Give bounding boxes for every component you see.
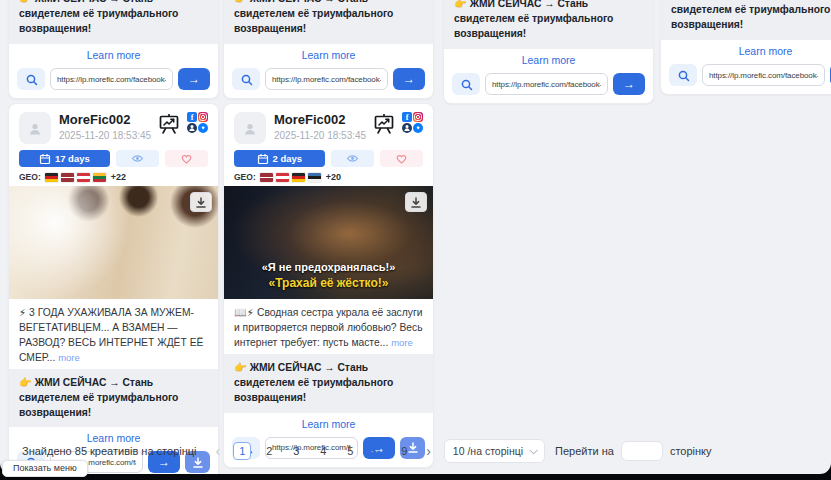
search-button[interactable]: [669, 64, 697, 86]
days-active-button[interactable]: 2 days: [234, 150, 325, 167]
goto-page-input[interactable]: [621, 441, 663, 461]
landing-url-input[interactable]: [50, 68, 173, 90]
landing-url-row: →: [661, 61, 831, 94]
geo-more-count[interactable]: +20: [326, 172, 341, 182]
creative-card-partial-3: ИНТЕРНЕТ ЖДЁТ ЕЁ СМЕР... more 👉 ЖМИ СЕЙЧ…: [443, 0, 654, 104]
messenger-icon: [413, 123, 423, 133]
creative-timestamp: 2025-11-20 18:53:45: [59, 130, 157, 141]
download-image-button[interactable]: [190, 192, 212, 212]
ad-headline: 👉 ЖМИ СЕЙЧАС → Стань свидетелем её триум…: [9, 0, 218, 44]
open-url-button[interactable]: →: [613, 73, 645, 95]
page-button-2[interactable]: 2: [260, 442, 278, 460]
at-flag-icon: [77, 173, 90, 182]
per-page-select[interactable]: 10 /на сторінці: [444, 439, 545, 463]
landing-url-input[interactable]: [265, 68, 388, 90]
page-button-3[interactable]: 3: [287, 442, 305, 460]
chevron-down-icon: [529, 446, 537, 454]
audience-network-icon: [402, 123, 412, 133]
avatar: [234, 112, 266, 144]
avatar: [19, 112, 51, 144]
show-menu-button[interactable]: Показать меню: [2, 460, 88, 477]
geo-row: GEO: +22: [9, 167, 218, 186]
geo-label: GEO:: [19, 172, 41, 182]
creatives-page: 👉 ЖМИ СЕЙЧАС → Стань свидетелем её триум…: [0, 0, 831, 474]
placements-icons: f: [187, 112, 208, 133]
page-button-9[interactable]: 9: [395, 442, 413, 460]
lv-flag-icon: [61, 173, 74, 182]
goto-page: Перейти на сторінку: [555, 441, 711, 461]
days-active-button[interactable]: 17 days: [19, 150, 110, 167]
geo-label: GEO:: [234, 172, 256, 182]
card-actions: 2 days: [224, 148, 433, 167]
more-link[interactable]: more: [391, 337, 413, 348]
at-flag-icon: [276, 173, 289, 182]
learn-more-link[interactable]: Learn more: [9, 44, 218, 65]
geo-more-count[interactable]: +22: [111, 172, 126, 182]
placements-icons: f: [402, 112, 423, 133]
learn-more-link[interactable]: Learn more: [224, 413, 433, 434]
creative-image[interactable]: [9, 186, 218, 299]
learn-more-link[interactable]: Learn more: [224, 44, 433, 65]
next-page-button[interactable]: ›: [423, 444, 434, 458]
ad-description: ⚡ 3 ГОДА УХАЖИВАЛА ЗА МУЖЕМ-ВЕГЕТАТИВЦЕМ…: [9, 299, 218, 369]
page-list: 12345···9: [233, 442, 413, 460]
instagram-icon: [413, 112, 423, 122]
download-image-button[interactable]: [405, 192, 427, 212]
landing-url-input[interactable]: [702, 64, 825, 86]
learn-more-link[interactable]: Learn more: [444, 49, 653, 70]
de-flag-icon: [45, 173, 58, 182]
ad-headline: 👉 ЖМИ СЕЙЧАС → Стань свидетелем её триум…: [224, 0, 433, 44]
card-actions: 17 days: [9, 148, 218, 167]
open-url-button[interactable]: →: [393, 68, 425, 90]
audience-network-icon: [187, 123, 197, 133]
preview-button[interactable]: [331, 150, 374, 167]
search-button[interactable]: [452, 73, 480, 95]
creative-image[interactable]: «Я не предохранялась!» «Трахай её жёстко…: [224, 186, 433, 299]
page-button-4[interactable]: 4: [314, 442, 332, 460]
more-link[interactable]: more: [58, 352, 80, 363]
ad-description: 📖⚡ Сводная сестра украла её заслуги и пр…: [224, 299, 433, 354]
landing-url-row: →: [9, 65, 218, 98]
profile-name: MoreFic002: [59, 112, 157, 128]
landing-url-input[interactable]: [485, 73, 608, 95]
learn-more-link[interactable]: Learn more: [661, 40, 831, 61]
card-header: MoreFic002 2025-11-20 18:53:45 f: [9, 104, 218, 148]
creative-timestamp: 2025-11-20 18:53:45: [274, 130, 372, 141]
prev-page-button[interactable]: ‹: [213, 444, 224, 458]
instagram-icon: [198, 112, 208, 122]
page-button-5[interactable]: 5: [341, 442, 359, 460]
geo-flags: [260, 173, 321, 182]
ad-headline: 👉 ЖМИ СЕЙЧАС → Стань свидетелем её триум…: [224, 354, 433, 413]
search-button[interactable]: [17, 68, 45, 90]
ee-flag-icon: [308, 173, 321, 182]
image-overlay-text: «Я не предохранялась!» «Трахай её жёстко…: [224, 260, 433, 291]
pagination-bar: Знайдено 85 креативів на сторінці ‹ 1234…: [22, 438, 711, 464]
facebook-icon: f: [187, 112, 197, 122]
creative-card-2: MoreFic002 2025-11-20 18:53:45 f 2 days …: [223, 103, 434, 468]
landing-url-row: →: [224, 65, 433, 98]
geo-flags: [45, 173, 106, 182]
page-button-1[interactable]: 1: [233, 442, 251, 460]
favorite-button[interactable]: [380, 150, 423, 167]
ad-headline: 👉 ЖМИ СЕЙЧАС → Стань свидетелем её триум…: [661, 0, 831, 40]
messenger-icon: [198, 123, 208, 133]
favorite-button[interactable]: [165, 150, 208, 167]
open-url-button[interactable]: →: [178, 68, 210, 90]
creative-card-1: MoreFic002 2025-11-20 18:53:45 f 17 days…: [8, 103, 219, 474]
page-ellipsis: ···: [368, 442, 386, 460]
presentation-board-icon[interactable]: [157, 112, 181, 139]
goto-prefix-label: Перейти на: [555, 445, 614, 457]
card-header: MoreFic002 2025-11-20 18:53:45 f: [224, 104, 433, 148]
geo-row: GEO: +20: [224, 167, 433, 186]
de-flag-icon: [292, 173, 305, 182]
lt-flag-icon: [93, 173, 106, 182]
search-button[interactable]: [232, 68, 260, 90]
preview-button[interactable]: [116, 150, 159, 167]
goto-suffix-label: сторінку: [670, 445, 712, 457]
results-count: Знайдено 85 креативів на сторінці: [22, 445, 197, 457]
creative-card-partial-4: 👉 ЖМИ СЕЙЧАС → Стань свидетелем её триум…: [660, 0, 831, 95]
landing-url-row: →: [444, 70, 653, 103]
creative-card-partial-2: 👉 ЖМИ СЕЙЧАС → Стань свидетелем её триум…: [223, 0, 434, 99]
profile-name: MoreFic002: [274, 112, 372, 128]
presentation-board-icon[interactable]: [372, 112, 396, 139]
